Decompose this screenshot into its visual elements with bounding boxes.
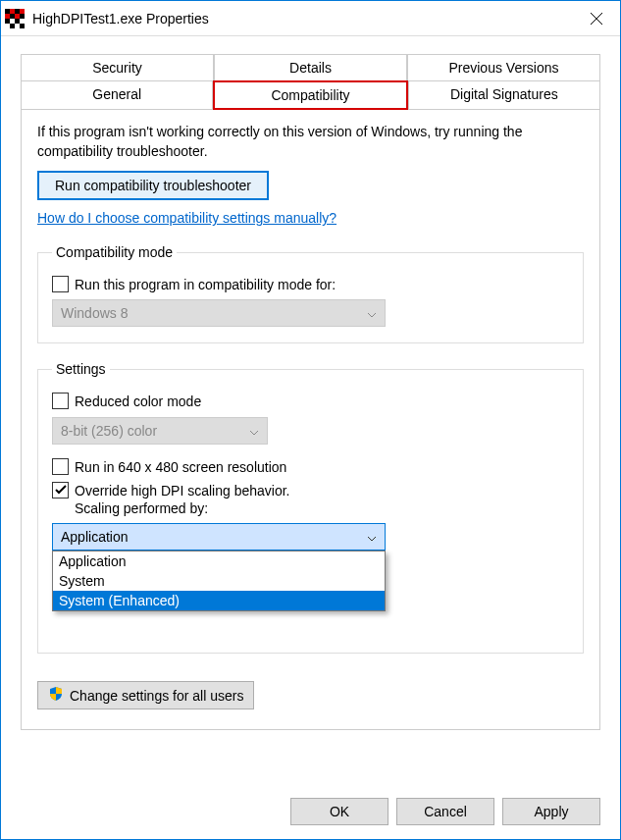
lowres-label: Run in 640 x 480 screen resolution bbox=[75, 458, 286, 476]
titlebar: HighDPITest1.exe Properties bbox=[1, 1, 620, 36]
svg-rect-4 bbox=[20, 14, 25, 19]
chevron-down-icon bbox=[367, 529, 377, 545]
dpi-scaling-dropdown: Application System System (Enhanced) bbox=[52, 551, 386, 611]
tab-previous-versions[interactable]: Previous Versions bbox=[407, 54, 600, 81]
reduced-color-label: Reduced color mode bbox=[75, 393, 201, 410]
change-all-users-button[interactable]: Change settings for all users bbox=[37, 681, 254, 709]
settings-legend: Settings bbox=[52, 361, 110, 377]
close-button[interactable] bbox=[577, 4, 616, 33]
intro-text: If this program isn't working correctly … bbox=[37, 123, 584, 161]
lowres-checkbox[interactable] bbox=[52, 458, 69, 475]
dpi-override-label: Override high DPI scaling behavior. Scal… bbox=[75, 482, 289, 517]
reduced-color-checkbox[interactable] bbox=[52, 393, 69, 409]
dpi-option-application[interactable]: Application bbox=[53, 551, 385, 571]
compatibility-panel: If this program isn't working correctly … bbox=[21, 109, 600, 730]
manual-settings-link[interactable]: How do I choose compatibility settings m… bbox=[37, 210, 336, 226]
svg-rect-6 bbox=[15, 19, 20, 24]
compat-mode-label: Run this program in compatibility mode f… bbox=[75, 276, 336, 293]
svg-rect-3 bbox=[10, 14, 15, 19]
chevron-down-icon bbox=[249, 423, 259, 439]
ok-button[interactable]: OK bbox=[290, 798, 388, 825]
compatibility-mode-group: Compatibility mode Run this program in c… bbox=[37, 244, 584, 343]
color-mode-combo: 8-bit (256) color bbox=[52, 417, 268, 445]
close-icon bbox=[591, 13, 602, 25]
svg-rect-10 bbox=[20, 9, 25, 14]
tab-security[interactable]: Security bbox=[21, 54, 214, 81]
svg-rect-1 bbox=[5, 9, 10, 14]
tab-details[interactable]: Details bbox=[214, 54, 407, 81]
app-icon bbox=[5, 9, 25, 28]
svg-rect-9 bbox=[10, 9, 15, 14]
apply-button[interactable]: Apply bbox=[502, 798, 600, 825]
settings-group: Settings Reduced color mode 8-bit (256) … bbox=[37, 361, 584, 654]
svg-rect-5 bbox=[5, 19, 10, 24]
tab-compatibility[interactable]: Compatibility bbox=[213, 80, 407, 110]
svg-rect-12 bbox=[15, 14, 20, 19]
compat-mode-checkbox[interactable] bbox=[52, 276, 69, 292]
dpi-option-system[interactable]: System bbox=[53, 571, 385, 591]
compat-mode-combo: Windows 8 bbox=[52, 299, 386, 327]
tab-general[interactable]: General bbox=[21, 80, 213, 110]
dpi-override-checkbox[interactable] bbox=[52, 482, 69, 499]
run-troubleshooter-button[interactable]: Run compatibility troubleshooter bbox=[37, 171, 269, 200]
cancel-button[interactable]: Cancel bbox=[396, 798, 494, 825]
tab-digital-signatures[interactable]: Digital Signatures bbox=[408, 80, 600, 110]
window-title: HighDPITest1.exe Properties bbox=[32, 11, 577, 26]
dpi-option-system-enhanced[interactable]: System (Enhanced) bbox=[53, 591, 385, 610]
svg-rect-7 bbox=[10, 24, 15, 28]
dialog-footer: OK Cancel Apply bbox=[290, 798, 600, 825]
dpi-scaling-combo[interactable]: Application bbox=[52, 523, 386, 551]
svg-rect-11 bbox=[5, 14, 10, 19]
svg-rect-8 bbox=[20, 24, 25, 28]
svg-rect-2 bbox=[15, 9, 20, 14]
compat-mode-legend: Compatibility mode bbox=[52, 244, 177, 260]
shield-icon bbox=[48, 686, 64, 705]
chevron-down-icon bbox=[367, 305, 377, 321]
